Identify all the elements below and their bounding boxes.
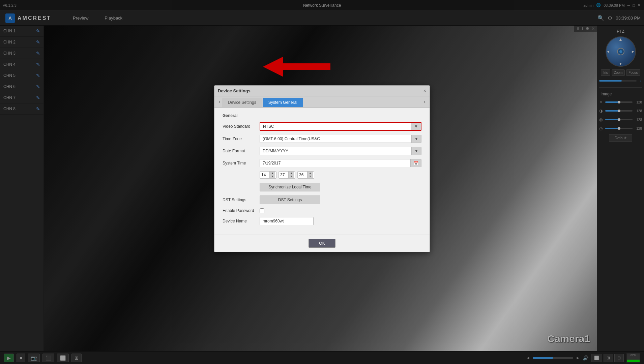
date-format-value: DD/MM/YYYY (260, 147, 411, 155)
time-zone-dropdown[interactable]: ▼ (411, 135, 421, 143)
svg-marker-0 (263, 57, 330, 77)
video-standard-dropdown[interactable]: ▼ (411, 123, 421, 130)
system-time-date-field[interactable]: 7/19/2017 📅 (260, 159, 421, 167)
dst-row: DST Settings DST Settings (223, 195, 421, 204)
device-name-label: Device Name (223, 219, 260, 223)
seconds-up-button[interactable]: ▲ (307, 172, 313, 175)
modal-title: Device Settings (218, 88, 251, 93)
ok-button[interactable]: OK (309, 239, 335, 248)
time-zone-field[interactable]: (GMT-6:00) Central Time(US&C ▼ (260, 135, 421, 143)
system-time-row: System Time 7/19/2017 📅 (223, 159, 421, 167)
system-time-date-value: 7/19/2017 (260, 159, 410, 167)
sync-local-time-button[interactable]: Synchronize Local Time (260, 183, 320, 191)
enable-password-label: Enable Password (223, 208, 260, 213)
date-format-label: Date Format (223, 149, 260, 153)
tab-device-settings[interactable]: Device Settings (222, 98, 262, 107)
dst-settings-label: DST Settings (223, 198, 260, 202)
sync-row: Synchronize Local Time (223, 183, 421, 191)
hours-input[interactable] (260, 172, 269, 178)
seconds-spinner[interactable]: ▲ ▼ (297, 171, 314, 179)
annotation-arrow (263, 57, 330, 78)
video-standard-row: Video Standard ▼ (223, 122, 421, 131)
tab-system-general[interactable]: System General (263, 98, 303, 107)
minutes-input[interactable] (279, 172, 288, 178)
tab-prev-icon[interactable]: ‹ (217, 97, 222, 106)
seconds-down-button[interactable]: ▼ (307, 175, 313, 178)
date-format-row: Date Format DD/MM/YYYY ▼ (223, 147, 421, 155)
hours-down-button[interactable]: ▼ (269, 175, 275, 178)
section-general: General (223, 113, 421, 118)
minutes-up-button[interactable]: ▲ (288, 172, 294, 175)
tab-next-icon[interactable]: › (422, 97, 427, 106)
time-spinners: ▲ ▼ ▲ ▼ (260, 171, 314, 179)
modal-close-button[interactable]: × (423, 88, 426, 93)
date-format-dropdown[interactable]: ▼ (411, 147, 421, 155)
modal-overlay: Device Settings × ‹ Device Settings Syst… (0, 0, 644, 364)
minutes-down-button[interactable]: ▼ (288, 175, 294, 178)
date-format-field[interactable]: DD/MM/YYYY ▼ (260, 147, 421, 155)
device-name-row: Device Name (223, 217, 421, 225)
time-zone-value: (GMT-6:00) Central Time(US&C (260, 135, 411, 143)
time-spinners-row: ▲ ▼ ▲ ▼ (223, 171, 421, 179)
hours-up-button[interactable]: ▲ (269, 172, 275, 175)
hours-spinner[interactable]: ▲ ▼ (260, 171, 276, 179)
dst-settings-button[interactable]: DST Settings (260, 195, 320, 204)
device-settings-modal: Device Settings × ‹ Device Settings Syst… (214, 85, 430, 252)
device-name-input[interactable] (260, 217, 314, 225)
video-standard-label: Video Standard (223, 124, 260, 129)
video-standard-input[interactable] (260, 123, 411, 130)
enable-password-row: Enable Password (223, 208, 421, 213)
time-zone-label: Time Zone (223, 136, 260, 141)
minutes-spinner[interactable]: ▲ ▼ (279, 171, 295, 179)
calendar-button[interactable]: 📅 (410, 159, 421, 167)
seconds-input[interactable] (298, 172, 307, 178)
enable-password-checkbox[interactable] (260, 208, 264, 213)
system-time-label: System Time (223, 161, 260, 165)
time-zone-row: Time Zone (GMT-6:00) Central Time(US&C ▼ (223, 135, 421, 143)
video-standard-field[interactable]: ▼ (260, 122, 421, 131)
